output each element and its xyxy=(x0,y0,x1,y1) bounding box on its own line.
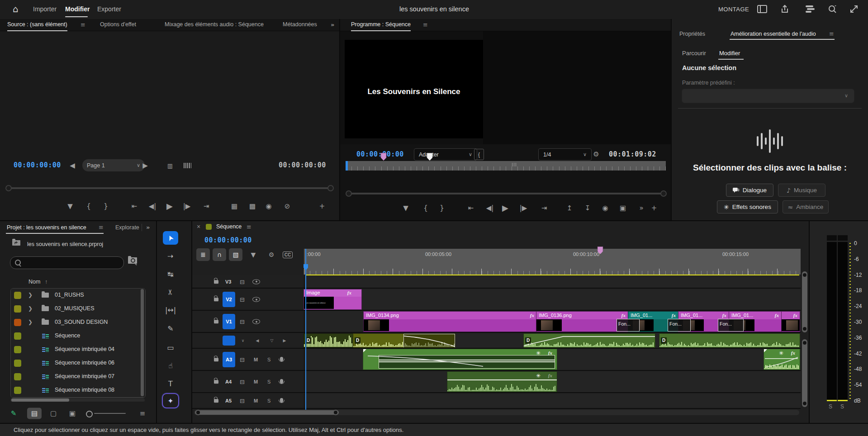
collapse-menu-icon[interactable]: ∨ xyxy=(242,338,245,343)
track-output-eye-icon[interactable] xyxy=(252,279,260,284)
program-zoom-scrollbar[interactable] xyxy=(346,193,666,194)
tab-projet[interactable]: Projet : les souvenirs en silence xyxy=(7,224,86,231)
hand-tool[interactable]: ☝ xyxy=(163,359,178,372)
fit-mode-dropdown[interactable]: Adapter ∨ xyxy=(414,148,477,161)
home-icon[interactable]: ⌂ xyxy=(13,4,19,14)
playback-resolution-dropdown[interactable]: 1/4 ∨ xyxy=(538,148,592,161)
voiceover-mic-icon[interactable] xyxy=(280,398,283,403)
fullscreen-icon[interactable] xyxy=(849,5,859,14)
pen-tool[interactable]: ✎ xyxy=(163,322,178,335)
export-frame-icon[interactable]: ◉ xyxy=(602,205,608,212)
mark-in-icon[interactable]: { xyxy=(86,203,91,210)
track-output-eye-icon[interactable] xyxy=(252,297,260,302)
timeline-hscrollbar[interactable] xyxy=(194,410,799,415)
export-frame-icon[interactable]: ◉ xyxy=(266,203,271,210)
timeline-vscrollbar-audio[interactable] xyxy=(802,339,807,407)
source-zoom-scrollbar[interactable] xyxy=(6,187,333,189)
wrench-settings-icon[interactable]: ⚙ xyxy=(593,151,599,158)
sync-lock-icon[interactable]: ⊟ xyxy=(240,398,245,404)
scrollbar-handle[interactable] xyxy=(660,190,667,197)
meter-solo-button[interactable]: S xyxy=(829,403,832,410)
prev-keyframe-icon[interactable]: ◀ xyxy=(256,338,259,343)
label-color-chip[interactable] xyxy=(14,292,21,299)
add-keyframe-icon[interactable]: ▽ xyxy=(270,338,274,343)
quick-search-icon[interactable] xyxy=(828,5,837,14)
track-output-eye-icon[interactable] xyxy=(252,319,260,324)
track-lock-icon[interactable] xyxy=(214,295,218,301)
menu-tab-modifier[interactable]: Modifier xyxy=(65,5,90,13)
project-panel-menu-icon[interactable]: ≡ xyxy=(99,224,104,231)
track-lock-icon[interactable] xyxy=(214,277,218,284)
project-list-item[interactable]: Séquence imbriquée 08 xyxy=(11,384,145,398)
timeline-timecode[interactable]: 00:00:00:00 xyxy=(204,236,252,244)
expand-chevron-icon[interactable]: ❯ xyxy=(28,292,33,298)
label-color-chip[interactable] xyxy=(14,360,21,367)
hscrollbar-thumb[interactable] xyxy=(11,398,69,402)
subtab-modifier[interactable]: Modifier xyxy=(719,50,740,57)
play-icon[interactable]: ▶ xyxy=(166,202,173,210)
label-color-chip[interactable] xyxy=(14,332,21,340)
comparison-view-icon[interactable]: ▣ xyxy=(620,205,626,212)
step-forward-icon[interactable]: |▶ xyxy=(183,203,191,210)
more-icon[interactable]: » xyxy=(639,205,643,212)
slip-tool[interactable]: |↔| xyxy=(163,303,178,317)
go-to-in-icon[interactable]: ⇤ xyxy=(468,205,474,212)
tab-mixage-audio[interactable]: Mixage des éléments audio : Séquence xyxy=(165,19,264,30)
selection-tool[interactable]: ➤ xyxy=(163,231,178,245)
source-panel-menu-icon[interactable]: ≡ xyxy=(81,19,85,30)
page-prev-icon[interactable]: ◀ xyxy=(70,162,75,169)
go-to-out-icon[interactable]: ⇥ xyxy=(541,205,547,212)
timeline-panel-menu-icon[interactable]: ≡ xyxy=(247,223,251,230)
preset-dropdown[interactable]: ∨ xyxy=(682,89,854,103)
tab-essential-sound[interactable]: Amélioration essentielle de l'audio xyxy=(730,31,816,37)
mute-track-button[interactable]: M xyxy=(254,357,258,362)
label-color-chip[interactable] xyxy=(14,373,21,380)
workspace-label[interactable]: MONTAGE xyxy=(718,6,749,13)
program-panel-menu-icon[interactable]: ≡ xyxy=(423,19,428,30)
meter-solo-button[interactable]: S xyxy=(840,403,844,410)
program-timecode[interactable]: 00:00:00:00 xyxy=(356,150,404,158)
panel-options-icon[interactable]: ≡ xyxy=(140,410,146,417)
scrollbar-handle[interactable] xyxy=(5,185,12,191)
tab-source[interactable]: Source : (sans élément) xyxy=(7,19,67,31)
track-lock-icon[interactable] xyxy=(214,317,218,323)
track-select-forward-tool[interactable]: ⇢ xyxy=(163,249,178,263)
mark-out-icon[interactable]: } xyxy=(104,203,108,210)
clip-video[interactable]: fx xyxy=(781,311,800,332)
column-header-nom[interactable]: Nom ↑ xyxy=(28,279,47,285)
list-view-icon[interactable]: ▤ xyxy=(27,408,42,419)
project-list-item[interactable]: Séquence imbriquée 04 xyxy=(11,343,145,357)
mute-track-button[interactable]: M xyxy=(254,398,258,403)
sync-lock-icon[interactable]: ⊟ xyxy=(240,296,245,303)
tag-dialogue-button[interactable]: Dialogue xyxy=(726,184,773,197)
go-to-in-icon[interactable]: ⇤ xyxy=(132,203,138,210)
source-patch-a1[interactable] xyxy=(223,336,235,346)
mute-icon[interactable]: ⊘ xyxy=(285,203,290,210)
track-target-v1[interactable]: V1 xyxy=(223,314,235,329)
expand-chevron-icon[interactable]: ❯ xyxy=(28,305,33,312)
transition-crossfade[interactable]: Fon... xyxy=(718,319,744,332)
transition-crossfade[interactable]: Fon... xyxy=(668,319,691,332)
zoom-slider-knob[interactable] xyxy=(86,411,93,417)
add-marker-icon[interactable]: ▼ xyxy=(67,203,73,210)
project-list-item[interactable]: Séquence imbriquée 06 xyxy=(11,356,145,370)
up-folder-icon[interactable] xyxy=(12,240,20,246)
clip-audio-nested[interactable]: ✳fx xyxy=(363,349,557,370)
rectangle-tool[interactable]: ▭ xyxy=(163,341,178,354)
timeline-ruler[interactable]: :00:0000:00:05:0000:00:10:0000:00:15:00 xyxy=(304,249,801,275)
label-color-chip[interactable] xyxy=(14,319,21,326)
tab-proprietes[interactable]: Propriétés xyxy=(679,31,705,37)
program-marker-pink[interactable] xyxy=(381,153,387,161)
add-marker-icon[interactable]: ▼ xyxy=(403,205,408,212)
nested-sequence-toggle[interactable]: ≣ xyxy=(196,248,210,261)
writable-indicator-pencil[interactable]: ✎ xyxy=(11,410,17,417)
page-selector-dropdown[interactable]: Page 1 ∨ xyxy=(82,159,145,171)
add-icon[interactable]: + xyxy=(651,205,657,212)
clip-audio-collapsed[interactable]: D xyxy=(304,333,354,348)
zoom-slider-track[interactable] xyxy=(94,413,126,414)
workspace-switcher-icon[interactable] xyxy=(757,5,767,13)
extract-icon[interactable]: ↧ xyxy=(585,205,591,212)
sync-lock-icon[interactable]: ⊟ xyxy=(240,318,245,325)
label-color-chip[interactable] xyxy=(14,387,21,394)
step-back-icon[interactable]: ◀| xyxy=(486,205,494,212)
